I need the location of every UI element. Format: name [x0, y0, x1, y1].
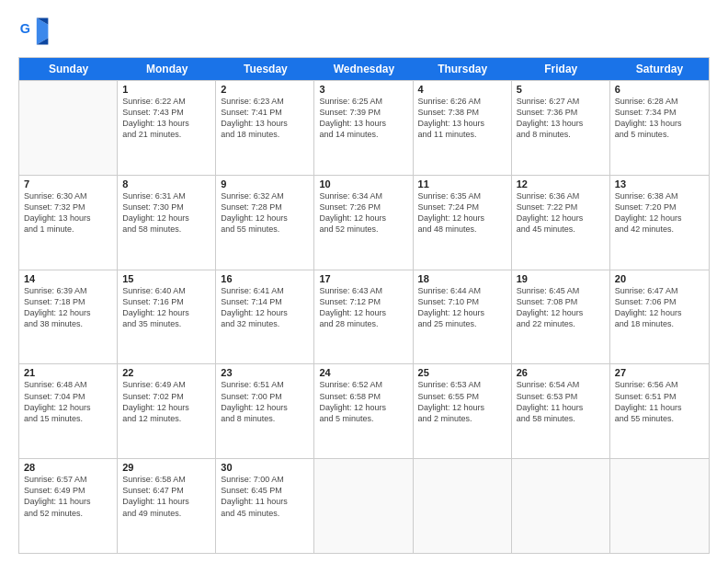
day-number: 20 — [615, 273, 704, 284]
day-info: Sunrise: 6:47 AM Sunset: 7:06 PM Dayligh… — [615, 285, 704, 330]
calendar-cell: 28Sunrise: 6:57 AM Sunset: 6:49 PM Dayli… — [19, 459, 118, 553]
calendar-cell: 4Sunrise: 6:26 AM Sunset: 7:38 PM Daylig… — [414, 81, 512, 175]
calendar-cell: 18Sunrise: 6:44 AM Sunset: 7:10 PM Dayli… — [414, 270, 512, 364]
day-info: Sunrise: 6:43 AM Sunset: 7:12 PM Dayligh… — [319, 285, 407, 330]
day-info: Sunrise: 6:31 AM Sunset: 7:30 PM Dayligh… — [122, 190, 210, 236]
day-info: Sunrise: 6:36 AM Sunset: 7:22 PM Dayligh… — [517, 190, 605, 236]
header-saturday: Saturday — [610, 58, 709, 80]
calendar-cell: 1Sunrise: 6:22 AM Sunset: 7:43 PM Daylig… — [118, 81, 216, 175]
day-number: 28 — [24, 462, 112, 473]
calendar-cell: 26Sunrise: 6:54 AM Sunset: 6:53 PM Dayli… — [512, 364, 610, 458]
calendar-cell: 7Sunrise: 6:30 AM Sunset: 7:32 PM Daylig… — [19, 176, 118, 270]
calendar-cell — [314, 459, 413, 553]
calendar-cell: 2Sunrise: 6:23 AM Sunset: 7:41 PM Daylig… — [216, 81, 314, 175]
page: G Sunday Monday Tuesday Wednesday Thursd… — [0, 0, 728, 563]
calendar-cell: 11Sunrise: 6:35 AM Sunset: 7:24 PM Dayli… — [414, 176, 512, 270]
calendar-cell: 30Sunrise: 7:00 AM Sunset: 6:45 PM Dayli… — [216, 459, 314, 553]
logo-icon: G — [18, 15, 51, 48]
day-info: Sunrise: 6:44 AM Sunset: 7:10 PM Dayligh… — [418, 285, 506, 330]
day-number: 25 — [418, 367, 506, 378]
day-number: 6 — [615, 84, 704, 95]
day-info: Sunrise: 6:25 AM Sunset: 7:39 PM Dayligh… — [319, 96, 407, 141]
day-number: 17 — [319, 273, 407, 284]
day-number: 18 — [418, 273, 506, 284]
day-info: Sunrise: 6:51 AM Sunset: 7:00 PM Dayligh… — [221, 379, 309, 424]
day-number: 19 — [517, 273, 605, 284]
day-number: 29 — [122, 462, 210, 473]
header-thursday: Thursday — [414, 58, 512, 80]
day-number: 4 — [418, 84, 506, 95]
day-info: Sunrise: 6:57 AM Sunset: 6:49 PM Dayligh… — [24, 474, 112, 519]
svg-text:G: G — [20, 21, 30, 36]
day-info: Sunrise: 6:48 AM Sunset: 7:04 PM Dayligh… — [24, 379, 112, 424]
day-info: Sunrise: 6:35 AM Sunset: 7:24 PM Dayligh… — [418, 190, 506, 236]
day-info: Sunrise: 6:45 AM Sunset: 7:08 PM Dayligh… — [517, 285, 605, 330]
calendar-cell: 12Sunrise: 6:36 AM Sunset: 7:22 PM Dayli… — [512, 176, 610, 270]
day-number: 1 — [122, 84, 210, 95]
day-info: Sunrise: 7:00 AM Sunset: 6:45 PM Dayligh… — [221, 474, 309, 519]
day-info: Sunrise: 6:52 AM Sunset: 6:58 PM Dayligh… — [319, 379, 407, 424]
calendar-row-5: 28Sunrise: 6:57 AM Sunset: 6:49 PM Dayli… — [19, 458, 709, 553]
calendar-cell: 10Sunrise: 6:34 AM Sunset: 7:26 PM Dayli… — [314, 176, 413, 270]
header-tuesday: Tuesday — [216, 58, 314, 80]
calendar-body: 1Sunrise: 6:22 AM Sunset: 7:43 PM Daylig… — [19, 80, 709, 553]
day-number: 5 — [517, 84, 605, 95]
calendar: Sunday Monday Tuesday Wednesday Thursday… — [18, 57, 710, 554]
header-wednesday: Wednesday — [314, 58, 413, 80]
day-info: Sunrise: 6:23 AM Sunset: 7:41 PM Dayligh… — [221, 96, 309, 141]
header: G — [18, 15, 710, 48]
calendar-cell: 8Sunrise: 6:31 AM Sunset: 7:30 PM Daylig… — [118, 176, 216, 270]
logo: G — [18, 15, 55, 48]
calendar-row-1: 1Sunrise: 6:22 AM Sunset: 7:43 PM Daylig… — [19, 80, 709, 175]
day-number: 9 — [221, 178, 309, 190]
day-number: 21 — [24, 367, 112, 378]
day-info: Sunrise: 6:41 AM Sunset: 7:14 PM Dayligh… — [221, 285, 309, 330]
day-info: Sunrise: 6:30 AM Sunset: 7:32 PM Dayligh… — [24, 190, 112, 236]
calendar-cell: 20Sunrise: 6:47 AM Sunset: 7:06 PM Dayli… — [610, 270, 709, 364]
day-number: 2 — [221, 84, 309, 95]
calendar-cell: 25Sunrise: 6:53 AM Sunset: 6:55 PM Dayli… — [414, 364, 512, 458]
calendar-cell: 27Sunrise: 6:56 AM Sunset: 6:51 PM Dayli… — [610, 364, 709, 458]
calendar-row-3: 14Sunrise: 6:39 AM Sunset: 7:18 PM Dayli… — [19, 270, 709, 364]
day-info: Sunrise: 6:49 AM Sunset: 7:02 PM Dayligh… — [122, 379, 210, 424]
day-info: Sunrise: 6:54 AM Sunset: 6:53 PM Dayligh… — [517, 379, 605, 424]
day-info: Sunrise: 6:56 AM Sunset: 6:51 PM Dayligh… — [615, 379, 704, 424]
day-info: Sunrise: 6:34 AM Sunset: 7:26 PM Dayligh… — [319, 190, 407, 236]
calendar-cell: 3Sunrise: 6:25 AM Sunset: 7:39 PM Daylig… — [314, 81, 413, 175]
day-number: 3 — [319, 84, 407, 95]
calendar-row-2: 7Sunrise: 6:30 AM Sunset: 7:32 PM Daylig… — [19, 175, 709, 270]
calendar-header: Sunday Monday Tuesday Wednesday Thursday… — [19, 58, 709, 80]
calendar-cell — [610, 459, 709, 553]
day-number: 27 — [615, 367, 704, 378]
day-number: 16 — [221, 273, 309, 284]
day-number: 24 — [319, 367, 407, 378]
calendar-cell: 15Sunrise: 6:40 AM Sunset: 7:16 PM Dayli… — [118, 270, 216, 364]
day-info: Sunrise: 6:28 AM Sunset: 7:34 PM Dayligh… — [615, 96, 704, 141]
day-info: Sunrise: 6:26 AM Sunset: 7:38 PM Dayligh… — [418, 96, 506, 141]
calendar-cell: 23Sunrise: 6:51 AM Sunset: 7:00 PM Dayli… — [216, 364, 314, 458]
day-info: Sunrise: 6:58 AM Sunset: 6:47 PM Dayligh… — [122, 474, 210, 519]
day-info: Sunrise: 6:32 AM Sunset: 7:28 PM Dayligh… — [221, 190, 309, 236]
day-number: 14 — [24, 273, 112, 284]
day-info: Sunrise: 6:27 AM Sunset: 7:36 PM Dayligh… — [517, 96, 605, 141]
calendar-cell — [414, 459, 512, 553]
calendar-cell — [19, 81, 118, 175]
day-info: Sunrise: 6:22 AM Sunset: 7:43 PM Dayligh… — [122, 96, 210, 141]
calendar-cell — [512, 459, 610, 553]
day-number: 26 — [517, 367, 605, 378]
calendar-cell: 22Sunrise: 6:49 AM Sunset: 7:02 PM Dayli… — [118, 364, 216, 458]
calendar-cell: 16Sunrise: 6:41 AM Sunset: 7:14 PM Dayli… — [216, 270, 314, 364]
calendar-cell: 13Sunrise: 6:38 AM Sunset: 7:20 PM Dayli… — [610, 176, 709, 270]
day-number: 7 — [24, 178, 112, 190]
calendar-cell: 21Sunrise: 6:48 AM Sunset: 7:04 PM Dayli… — [19, 364, 118, 458]
calendar-cell: 6Sunrise: 6:28 AM Sunset: 7:34 PM Daylig… — [610, 81, 709, 175]
day-info: Sunrise: 6:53 AM Sunset: 6:55 PM Dayligh… — [418, 379, 506, 424]
calendar-cell: 17Sunrise: 6:43 AM Sunset: 7:12 PM Dayli… — [314, 270, 413, 364]
calendar-cell: 9Sunrise: 6:32 AM Sunset: 7:28 PM Daylig… — [216, 176, 314, 270]
calendar-cell: 24Sunrise: 6:52 AM Sunset: 6:58 PM Dayli… — [314, 364, 413, 458]
calendar-cell: 14Sunrise: 6:39 AM Sunset: 7:18 PM Dayli… — [19, 270, 118, 364]
day-number: 23 — [221, 367, 309, 378]
day-info: Sunrise: 6:39 AM Sunset: 7:18 PM Dayligh… — [24, 285, 112, 330]
day-number: 15 — [122, 273, 210, 284]
calendar-cell: 19Sunrise: 6:45 AM Sunset: 7:08 PM Dayli… — [512, 270, 610, 364]
